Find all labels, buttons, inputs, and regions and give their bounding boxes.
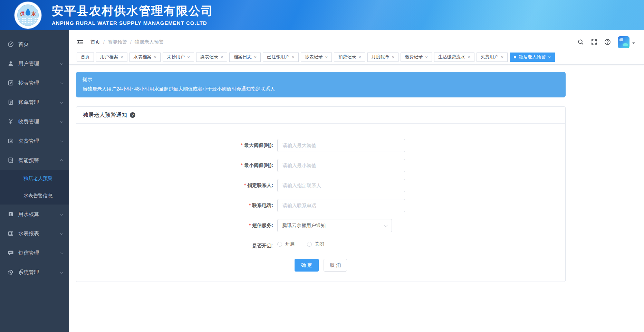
tab-item[interactable]: 用户档案× xyxy=(96,53,127,62)
header-titles: 安平县农村供水管理有限公司 ANPING RURAL WATER SUPPLY … xyxy=(52,4,213,26)
tab-item[interactable]: 水表档案× xyxy=(129,53,161,62)
tab-item[interactable]: 未抄用户× xyxy=(163,53,194,62)
sms-service-value: 腾讯云余额用户通知 xyxy=(282,222,326,229)
tab-item[interactable]: 月度账单× xyxy=(367,53,399,62)
company-logo-inner: 供 水 xyxy=(17,4,39,26)
topbar: 首页 / 智能预警 / 独居老人预警 xyxy=(69,30,644,48)
sidebar-item[interactable]: 系统管理 xyxy=(0,263,69,282)
form-row-sms-service: *短信服务: 腾讯云余额用户通知 xyxy=(76,219,565,232)
breadcrumb: 首页 / 智能预警 / 独居老人预警 xyxy=(90,39,164,45)
sidebar-item[interactable]: 智能预警 xyxy=(0,151,69,170)
sidebar-item-label: 用户管理 xyxy=(18,60,60,67)
text-input[interactable] xyxy=(277,179,405,192)
breadcrumb-separator: / xyxy=(103,39,105,45)
sidebar-item-label: 首页 xyxy=(18,41,63,48)
confirm-button[interactable]: 确 定 xyxy=(295,259,319,272)
water-waves-icon xyxy=(19,17,38,23)
tab-item[interactable]: 缴费记录× xyxy=(401,53,432,62)
tab-item[interactable]: 档案日志× xyxy=(229,53,261,62)
required-mark: * xyxy=(249,202,251,208)
search-icon[interactable] xyxy=(577,39,584,45)
warning-notify-panel: 独居老人预警通知 ? *最大阈值(吨):*最小阈值(吨):*指定联系人:*联系电… xyxy=(76,106,566,282)
field-label: *最小阈值(吨): xyxy=(76,162,273,169)
close-icon[interactable]: × xyxy=(425,55,428,59)
field-label: *指定联系人: xyxy=(76,182,273,189)
tab-label: 用户档案 xyxy=(100,54,118,60)
chevron-down-icon xyxy=(60,270,64,274)
close-icon[interactable]: × xyxy=(187,55,190,59)
sidebar-item[interactable]: 账单管理 xyxy=(0,93,69,112)
app-header: 供 水 安平县农村供水管理有限公司 ANPING RURAL WATER SUP… xyxy=(0,0,644,30)
close-icon[interactable]: × xyxy=(292,55,295,59)
sidebar-item-label: 短信管理 xyxy=(18,250,60,256)
user-avatar[interactable] xyxy=(618,36,629,48)
close-icon[interactable]: × xyxy=(221,55,223,59)
dashboard-icon xyxy=(8,41,14,47)
fullscreen-icon[interactable] xyxy=(591,39,597,45)
tab-label: 欠费用户 xyxy=(481,54,499,60)
tab-item[interactable]: 已注销用户× xyxy=(263,53,299,62)
tab-item[interactable]: 欠费用户× xyxy=(477,53,508,62)
tab-item[interactable]: 首页 xyxy=(77,53,94,62)
sidebar-item[interactable]: 收费管理 xyxy=(0,112,69,131)
sidebar-item[interactable]: 欠费管理 xyxy=(0,131,69,151)
tab-item[interactable]: 抄表记录× xyxy=(301,53,332,62)
required-mark: * xyxy=(241,142,243,148)
form-buttons: 确 定 取 消 xyxy=(76,259,565,272)
radio-enable-on[interactable]: 开启 xyxy=(277,241,295,247)
chevron-down-icon xyxy=(60,231,64,235)
cancel-button[interactable]: 取 消 xyxy=(324,259,347,272)
form-row: *联系电话: xyxy=(76,199,565,212)
close-icon[interactable]: × xyxy=(548,55,551,59)
radio-on-label: 开启 xyxy=(285,241,295,247)
help-icon[interactable] xyxy=(604,39,611,45)
text-input[interactable] xyxy=(277,139,405,152)
meter-edit-icon xyxy=(8,80,14,86)
tab-item[interactable]: 换表记录× xyxy=(196,53,228,62)
sidebar-item-label: 系统管理 xyxy=(18,269,60,276)
sidebar-item[interactable]: 用户管理 xyxy=(0,54,69,73)
close-icon[interactable]: × xyxy=(325,55,328,59)
close-icon[interactable]: × xyxy=(392,55,395,59)
sidebar-subitem[interactable]: 水表告警信息 xyxy=(0,187,69,205)
sidebar-subitem[interactable]: 独居老人预警 xyxy=(0,170,69,187)
radio-enable-off[interactable]: 关闭 xyxy=(307,241,324,247)
logo-left-char: 供 xyxy=(20,11,25,17)
meter-report-icon xyxy=(8,230,14,237)
sms-service-select[interactable]: 腾讯云余额用户通知 xyxy=(277,219,392,232)
text-input[interactable] xyxy=(277,159,405,172)
close-icon[interactable]: × xyxy=(121,55,123,59)
required-mark: * xyxy=(244,182,246,188)
sidebar-item[interactable]: 用水核算 xyxy=(0,205,69,224)
sidebar-item[interactable]: 水表报表 xyxy=(0,224,69,243)
chevron-down-icon xyxy=(60,139,64,142)
sidebar-item[interactable]: 抄表管理 xyxy=(0,73,69,93)
sidebar-nav: 首页用户管理抄表管理账单管理收费管理欠费管理智能预警独居老人预警水表告警信息用水… xyxy=(0,30,69,332)
sidebar-item[interactable]: 首页 xyxy=(0,35,69,54)
sidebar-item[interactable]: 短信管理 xyxy=(0,243,69,263)
sidebar-item-label: 水表报表 xyxy=(18,230,60,237)
breadcrumb-home[interactable]: 首页 xyxy=(90,39,100,45)
radio-circle-icon xyxy=(307,242,312,247)
chevron-down-icon xyxy=(60,81,64,84)
form-row-enable: 是否开启: 开启 关闭 xyxy=(76,239,565,249)
close-icon[interactable]: × xyxy=(254,55,257,59)
company-logo: 供 水 xyxy=(15,2,41,29)
radio-off-label: 关闭 xyxy=(315,241,324,247)
text-input[interactable] xyxy=(277,199,405,212)
user-menu-caret-icon[interactable] xyxy=(632,42,635,45)
tab-item[interactable]: 生活缴费流水× xyxy=(434,53,474,62)
close-icon[interactable]: × xyxy=(501,55,504,59)
required-mark: * xyxy=(241,162,243,168)
sidebar-fold-icon[interactable] xyxy=(77,39,84,46)
close-icon[interactable]: × xyxy=(154,55,157,59)
breadcrumb-separator: / xyxy=(130,39,132,45)
panel-help-icon[interactable]: ? xyxy=(130,112,135,118)
close-icon[interactable]: × xyxy=(468,55,470,59)
close-icon[interactable]: × xyxy=(358,55,361,59)
tab-item[interactable]: 扣费记录× xyxy=(334,53,365,62)
tab-item[interactable]: 独居老人预警× xyxy=(510,53,555,62)
chevron-down-icon xyxy=(60,61,64,65)
sms-icon xyxy=(8,250,14,256)
page-content: 提示 当独居老人用户24小时~48小时用水量超过最大阈值或者小于最小阈值时会通知… xyxy=(69,65,644,332)
